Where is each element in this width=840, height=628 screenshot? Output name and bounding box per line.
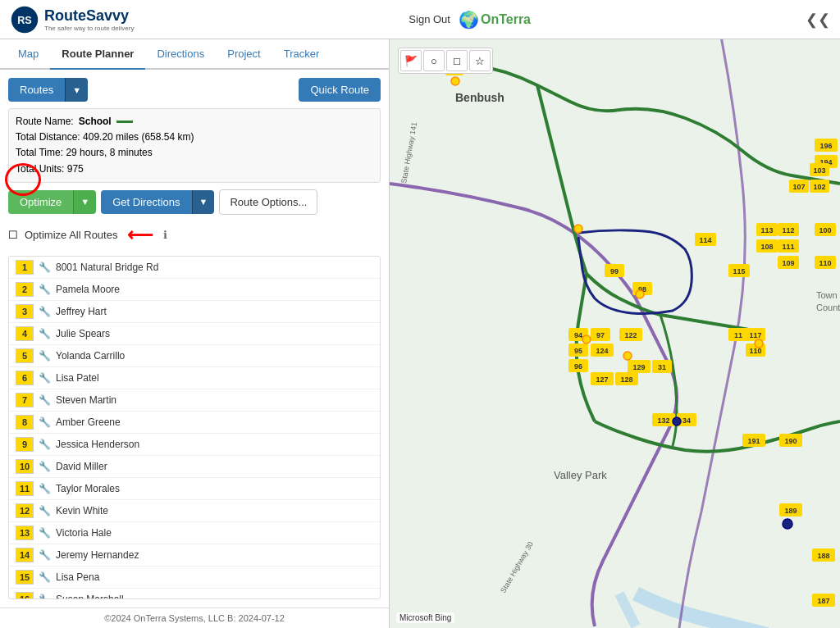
routes-button[interactable]: Routes <box>8 78 65 102</box>
svg-text:115: 115 <box>733 267 745 275</box>
square-tool-button[interactable]: □ <box>446 50 468 71</box>
optimize-button-group: Optimize ▼ <box>8 190 96 214</box>
stop-number: 7 <box>16 393 34 407</box>
stop-name: 8001 Natural Bridge Rd <box>56 262 158 273</box>
stop-number: 4 <box>16 326 34 341</box>
stop-number: 12 <box>16 503 34 518</box>
stop-item[interactable]: 7 🔧 Steven Martin <box>9 389 380 412</box>
stop-item[interactable]: 1 🔧 8001 Natural Bridge Rd <box>9 257 380 279</box>
stop-edit-icon: 🔧 <box>39 350 51 362</box>
stop-number: 9 <box>16 437 34 452</box>
stop-item[interactable]: 3 🔧 Jeffrey Hart <box>9 301 380 323</box>
svg-text:128: 128 <box>620 375 632 384</box>
svg-text:103: 103 <box>813 166 825 175</box>
stop-edit-icon: 🔧 <box>39 549 51 561</box>
stop-edit-icon: 🔧 <box>39 394 51 406</box>
action-button-row: Optimize ▼ Get Directions ▼ Route Option… <box>8 189 381 215</box>
star-tool-button[interactable]: ☆ <box>469 50 491 71</box>
stop-item[interactable]: 14 🔧 Jeremy Hernandez <box>9 544 380 567</box>
distance-value: 409.20 miles (658.54 km) <box>83 131 194 143</box>
stop-number: 15 <box>16 570 34 585</box>
time-label: Total Time: <box>16 147 63 158</box>
svg-point-85 <box>623 352 632 360</box>
units-label: Total Units: <box>16 163 64 175</box>
stop-item[interactable]: 5 🔧 Yolanda Carrillo <box>9 345 380 367</box>
svg-point-88 <box>783 519 792 529</box>
onterra-globe-icon: 🌍 <box>459 10 479 30</box>
circle-tool-button[interactable]: ○ <box>423 50 445 71</box>
route-distance: Total Distance: 409.20 miles (658.54 km) <box>16 130 373 145</box>
get-directions-dropdown-button[interactable]: ▼ <box>192 190 215 214</box>
stop-item[interactable]: 8 🔧 Amber Greene <box>9 412 380 434</box>
svg-text:34: 34 <box>682 416 691 425</box>
stop-name: Lisa Pena <box>56 571 99 583</box>
route-name-value: School <box>79 114 112 130</box>
tab-route-planner[interactable]: Route Planner <box>50 39 145 70</box>
route-options-button[interactable]: Route Options... <box>219 189 317 215</box>
flag-tool-button[interactable]: 🚩 <box>400 50 422 71</box>
route-info: Route Name: School Total Distance: 409.2… <box>8 108 381 183</box>
optimize-all-label[interactable]: Optimize All Routes <box>25 229 117 241</box>
optimize-button[interactable]: Optimize <box>8 190 73 214</box>
svg-text:127: 127 <box>596 375 608 384</box>
svg-text:11: 11 <box>734 331 742 339</box>
stop-edit-icon: 🔧 <box>39 284 51 295</box>
collapse-panel-button[interactable]: ❮❮ <box>806 11 830 29</box>
logo-text: RouteSavvy <box>44 7 134 25</box>
stop-edit-icon: 🔧 <box>39 372 51 384</box>
route-color-indicator <box>116 121 133 123</box>
get-directions-button[interactable]: Get Directions <box>101 190 191 214</box>
info-icon[interactable]: ℹ <box>163 229 167 241</box>
svg-text:Benbush: Benbush <box>455 91 504 104</box>
tab-map[interactable]: Map <box>7 39 50 70</box>
stop-item[interactable]: 11 🔧 Taylor Morales <box>9 478 380 500</box>
stop-item[interactable]: 13 🔧 Victoria Hale <box>9 522 380 544</box>
optimize-all-row: ☐ Optimize All Routes ⟵ ℹ <box>8 221 381 249</box>
svg-text:95: 95 <box>574 347 582 355</box>
route-name-line: Route Name: School <box>16 114 373 130</box>
svg-text:114: 114 <box>699 236 711 244</box>
stop-name: Steven Martin <box>56 394 116 406</box>
optimize-all-checkbox[interactable]: ☐ <box>8 229 18 241</box>
svg-text:107: 107 <box>792 183 805 191</box>
optimize-dropdown-button[interactable]: ▼ <box>73 190 96 214</box>
panel-content: Routes ▼ Quick Route Route Name: School … <box>0 70 389 608</box>
route-units: Total Units: 975 <box>16 162 373 177</box>
tab-directions[interactable]: Directions <box>145 39 216 70</box>
stop-name: Taylor Morales <box>56 483 120 494</box>
sign-out-link[interactable]: Sign Out <box>409 13 450 25</box>
stop-item[interactable]: 12 🔧 Kevin White <box>9 500 380 522</box>
svg-text:110: 110 <box>819 259 831 267</box>
stop-name: Lisa Patel <box>56 372 99 384</box>
svg-point-81 <box>451 77 459 85</box>
stop-list-container[interactable]: 1 🔧 8001 Natural Bridge Rd 2 🔧 Pamela Mo… <box>8 256 381 599</box>
footer: ©2024 OnTerra Systems, LLC B: 2024-07-12 <box>0 608 389 628</box>
stop-edit-icon: 🔧 <box>39 571 51 583</box>
stop-item[interactable]: 2 🔧 Pamela Moore <box>9 279 380 301</box>
stop-item[interactable]: 16 🔧 Susan Marshall <box>9 589 380 599</box>
stop-edit-icon: 🔧 <box>39 262 51 273</box>
svg-text:109: 109 <box>782 259 794 267</box>
svg-text:112: 112 <box>782 226 794 234</box>
svg-text:132: 132 <box>657 416 669 425</box>
svg-text:31: 31 <box>658 363 666 371</box>
tab-project[interactable]: Project <box>216 39 272 70</box>
stop-number: 3 <box>16 304 34 319</box>
stop-item[interactable]: 15 🔧 Lisa Pena <box>9 567 380 589</box>
stop-edit-icon: 🔧 <box>39 505 51 517</box>
stop-list: 1 🔧 8001 Natural Bridge Rd 2 🔧 Pamela Mo… <box>9 257 380 599</box>
stop-item[interactable]: 10 🔧 David Miller <box>9 456 380 478</box>
routes-dropdown-button[interactable]: ▼ <box>65 78 88 102</box>
svg-text:187: 187 <box>817 597 829 605</box>
svg-text:Valley Park: Valley Park <box>554 469 607 481</box>
stop-item[interactable]: 4 🔧 Julie Spears <box>9 323 380 345</box>
stop-name: Pamela Moore <box>56 284 120 295</box>
stop-number: 14 <box>16 548 34 562</box>
map-area[interactable]: 92 93 196 194 107 102 103 114 113 112 10… <box>390 39 840 628</box>
stop-item[interactable]: 9 🔧 Jessica Henderson <box>9 434 380 456</box>
quick-route-button[interactable]: Quick Route <box>299 78 381 102</box>
tab-tracker[interactable]: Tracker <box>272 39 331 70</box>
stop-item[interactable]: 6 🔧 Lisa Patel <box>9 367 380 389</box>
svg-text:196: 196 <box>819 142 832 150</box>
routes-button-group: Routes ▼ <box>8 78 88 102</box>
